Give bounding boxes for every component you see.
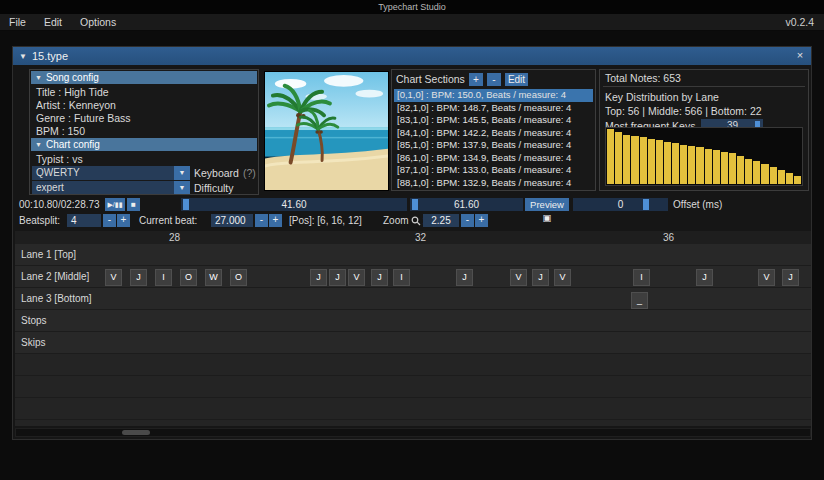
- note-block[interactable]: O: [230, 269, 247, 286]
- zoom-increment-button[interactable]: +: [475, 214, 488, 227]
- chart-section-item[interactable]: [87,1,0] : BPM: 133.0, Beats / measure: …: [394, 164, 593, 177]
- current-beat-decrement-button[interactable]: -: [255, 214, 268, 227]
- current-beat-label: Current beat:: [139, 215, 197, 226]
- zoom-label: Zoom: [383, 215, 409, 226]
- note-block[interactable]: J: [130, 269, 147, 286]
- play-pause-button[interactable]: ▶/▮▮: [105, 198, 125, 211]
- slider-grab[interactable]: [412, 199, 418, 210]
- beatsplit-increment-button[interactable]: +: [117, 214, 130, 227]
- collapse-icon[interactable]: ▼: [19, 52, 27, 61]
- chart-section-item[interactable]: [82,1,0] : BPM: 148.7, Beats / measure: …: [394, 102, 593, 115]
- chart-section-item[interactable]: [85,1,0] : BPM: 137.9, Beats / measure: …: [394, 139, 593, 152]
- preview-button[interactable]: Preview ▣: [525, 198, 569, 211]
- remove-section-button[interactable]: -: [487, 73, 501, 86]
- chart-section-item[interactable]: [89,1,0] : BPM: 132.9, Beats / measure: …: [394, 189, 593, 190]
- note-block[interactable]: I: [633, 269, 650, 286]
- song-config-header[interactable]: ▼ Song config: [31, 71, 257, 84]
- chevron-down-icon[interactable]: ▼: [174, 181, 190, 195]
- transport-bar: 00:10.80/02:28.73 ▶/▮▮ ■ 41.60 61.60 Pre…: [13, 197, 813, 213]
- note-block[interactable]: V: [554, 269, 571, 286]
- histogram-bar: [761, 164, 768, 184]
- preview-point-slider[interactable]: 61.60: [410, 198, 523, 211]
- note-block[interactable]: V: [758, 269, 775, 286]
- notes-layer: VJIOWOJJVJIJVJVIJVJ_: [15, 231, 811, 426]
- note-block[interactable]: W: [205, 269, 222, 286]
- histogram-bar: [745, 159, 752, 184]
- note-block[interactable]: V: [510, 269, 527, 286]
- histogram-bar: [648, 139, 655, 184]
- close-icon[interactable]: ×: [793, 49, 807, 63]
- scrollbar-thumb[interactable]: [122, 430, 150, 435]
- histogram-bar: [753, 161, 760, 184]
- current-beat-input[interactable]: 27.000: [211, 214, 253, 227]
- magnifier-icon: [411, 216, 421, 226]
- stats-panel: Total Notes: 653 Key Distribution by Lan…: [599, 69, 809, 191]
- menu-items: FileEditOptions: [0, 14, 125, 31]
- editor-window: ▼ 15.type × ▼ Song config Title : High T…: [12, 46, 812, 440]
- beatsplit-label: Beatsplit:: [19, 215, 60, 226]
- note-block[interactable]: J: [696, 269, 713, 286]
- beatsplit-input[interactable]: 4: [67, 214, 101, 227]
- add-section-button[interactable]: +: [469, 73, 483, 86]
- note-block[interactable]: J: [329, 269, 346, 286]
- histogram-bar: [737, 156, 744, 184]
- horizontal-scrollbar[interactable]: [15, 428, 811, 437]
- histogram-bar: [623, 135, 630, 184]
- current-beat-increment-button[interactable]: +: [269, 214, 282, 227]
- difficulty-combo[interactable]: expert ▼: [32, 181, 190, 195]
- menu-item-options[interactable]: Options: [71, 14, 125, 31]
- slider-grab[interactable]: [183, 199, 189, 210]
- zoom-input[interactable]: 2.25: [423, 214, 459, 227]
- window-titlebar[interactable]: ▼ 15.type ×: [13, 47, 811, 65]
- note-block[interactable]: _: [631, 292, 648, 309]
- histogram-bar: [721, 152, 728, 184]
- slider-grab[interactable]: [643, 199, 649, 210]
- chart-config-header[interactable]: ▼ Chart config: [31, 138, 257, 151]
- beatsplit-decrement-button[interactable]: -: [103, 214, 116, 227]
- typist-field: Typist : vs: [30, 152, 258, 165]
- note-block[interactable]: O: [180, 269, 197, 286]
- position-readout: [Pos]: [6, 16, 12]: [289, 215, 362, 226]
- beach-illustration: [265, 72, 388, 190]
- chart-section-item[interactable]: [83,1,0] : BPM: 145.5, Beats / measure: …: [394, 114, 593, 127]
- chart-sections-list: [0,1,0] : BPM: 150.0, Beats / measure: 4…: [394, 89, 593, 190]
- note-block[interactable]: V: [348, 269, 365, 286]
- note-block[interactable]: V: [105, 269, 122, 286]
- histogram-bar: [713, 150, 720, 184]
- chart-section-item[interactable]: [84,1,0] : BPM: 142.2, Beats / measure: …: [394, 127, 593, 140]
- preview-point-value: 61.60: [410, 198, 523, 211]
- song-cover-image: [264, 71, 389, 191]
- keyboard-combo[interactable]: QWERTY ▼: [32, 166, 190, 180]
- histogram-bar: [607, 129, 614, 184]
- note-timeline[interactable]: 283236 Lane 1 [Top]Lane 2 [Middle]Lane 3…: [15, 231, 811, 426]
- song-config-field: Genre : Future Bass: [30, 111, 258, 124]
- zoom-decrement-button[interactable]: -: [461, 214, 474, 227]
- note-block[interactable]: J: [310, 269, 327, 286]
- note-block[interactable]: J: [532, 269, 549, 286]
- edit-section-button[interactable]: Edit: [505, 73, 528, 86]
- song-config-title: Song config: [46, 71, 99, 84]
- key-distribution-title: Key Distribution by Lane: [600, 89, 808, 103]
- chevron-down-icon[interactable]: ▼: [174, 166, 190, 180]
- note-block[interactable]: I: [393, 269, 410, 286]
- histogram-bar: [794, 176, 801, 184]
- menu-item-file[interactable]: File: [0, 14, 35, 31]
- chart-section-item[interactable]: [0,1,0] : BPM: 150.0, Beats / measure: 4: [394, 89, 593, 102]
- chevron-down-icon: ▼: [35, 138, 42, 151]
- chart-section-item[interactable]: [88,1,0] : BPM: 132.9, Beats / measure: …: [394, 177, 593, 190]
- menu-item-edit[interactable]: Edit: [35, 14, 71, 31]
- note-block[interactable]: J: [371, 269, 388, 286]
- note-block[interactable]: J: [782, 269, 799, 286]
- seek-slider[interactable]: 41.60: [181, 198, 407, 211]
- stop-button[interactable]: ■: [127, 198, 140, 211]
- config-panel: ▼ Song config Title : High TideArtist : …: [29, 69, 259, 195]
- note-block[interactable]: J: [456, 269, 473, 286]
- offset-value: 0: [573, 198, 668, 211]
- keyboard-combo-value: QWERTY: [32, 166, 174, 180]
- chevron-down-icon: ▼: [35, 71, 42, 84]
- song-fields: Title : High TideArtist : KenneyonGenre …: [30, 85, 258, 137]
- offset-slider[interactable]: 0: [573, 198, 668, 211]
- total-notes-label: Total Notes: 653: [600, 70, 808, 84]
- chart-section-item[interactable]: [86,1,0] : BPM: 134.9, Beats / measure: …: [394, 152, 593, 165]
- note-block[interactable]: I: [155, 269, 172, 286]
